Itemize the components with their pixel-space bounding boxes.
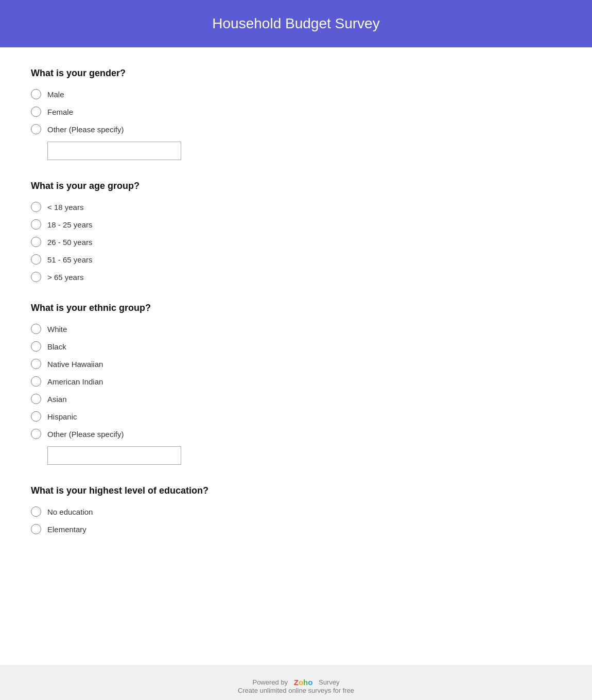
ethnic-american-indian-radio[interactable] [31, 376, 41, 387]
ethnic-black-radio[interactable] [31, 341, 41, 352]
zoho-z: Z [294, 678, 299, 687]
age-51-65-option[interactable]: 51 - 65 years [31, 254, 561, 265]
ethnic-specify-input[interactable] [47, 446, 181, 465]
age-gt65-label: > 65 years [47, 273, 83, 282]
zoho-o2: o [308, 678, 312, 687]
ethnic-asian-label: Asian [47, 395, 67, 404]
edu-elementary-radio[interactable] [31, 524, 41, 534]
age-18-25-option[interactable]: 18 - 25 years [31, 219, 561, 230]
ethnic-white-label: White [47, 325, 67, 334]
ethnic-hispanic-option[interactable]: Hispanic [31, 411, 561, 422]
gender-question-label: What is your gender? [31, 68, 561, 79]
age-section: What is your age group? < 18 years 18 - … [31, 181, 561, 282]
edu-none-option[interactable]: No education [31, 506, 561, 517]
ethnic-other-label: Other (Please specify) [47, 430, 124, 439]
age-lt18-radio[interactable] [31, 202, 41, 212]
ethnic-black-option[interactable]: Black [31, 341, 561, 352]
ethnic-section: What is your ethnic group? White Black N… [31, 303, 561, 465]
ethnic-hispanic-radio[interactable] [31, 411, 41, 422]
gender-female-label: Female [47, 108, 73, 116]
zoho-h: h [303, 678, 308, 687]
age-51-65-label: 51 - 65 years [47, 255, 93, 264]
age-gt65-option[interactable]: > 65 years [31, 272, 561, 282]
age-18-25-radio[interactable] [31, 219, 41, 230]
ethnic-native-hawaiian-radio[interactable] [31, 359, 41, 369]
page-footer: Powered by Zoho Survey Create unlimited … [0, 665, 592, 700]
gender-other-radio[interactable] [31, 124, 41, 134]
ethnic-hispanic-label: Hispanic [47, 412, 77, 421]
education-question-label: What is your highest level of education? [31, 485, 561, 496]
age-18-25-label: 18 - 25 years [47, 220, 93, 229]
powered-by-text: Powered by [252, 678, 288, 686]
age-lt18-label: < 18 years [47, 203, 83, 212]
page-header: Household Budget Survey [0, 0, 592, 47]
edu-elementary-label: Elementary [47, 525, 86, 534]
ethnic-american-indian-option[interactable]: American Indian [31, 376, 561, 387]
gender-male-radio[interactable] [31, 89, 41, 99]
ethnic-native-hawaiian-label: Native Hawaiian [47, 360, 103, 369]
age-lt18-option[interactable]: < 18 years [31, 202, 561, 212]
edu-none-label: No education [47, 507, 93, 516]
gender-other-label: Other (Please specify) [47, 125, 124, 134]
education-section: What is your highest level of education?… [31, 485, 561, 534]
ethnic-native-hawaiian-option[interactable]: Native Hawaiian [31, 359, 561, 369]
age-question-label: What is your age group? [31, 181, 561, 191]
zoho-logo: Zoho [294, 678, 313, 687]
ethnic-other-radio[interactable] [31, 429, 41, 439]
ethnic-question-label: What is your ethnic group? [31, 303, 561, 313]
age-26-50-label: 26 - 50 years [47, 238, 93, 247]
ethnic-asian-radio[interactable] [31, 394, 41, 404]
gender-male-label: Male [47, 90, 64, 99]
age-26-50-radio[interactable] [31, 237, 41, 247]
main-content: What is your gender? Male Female Other (… [0, 47, 592, 665]
gender-specify-input[interactable] [47, 142, 181, 160]
ethnic-american-indian-label: American Indian [47, 377, 103, 386]
footer-tagline: Create unlimited online surveys for free [12, 687, 580, 694]
ethnic-black-label: Black [47, 342, 66, 351]
ethnic-white-option[interactable]: White [31, 324, 561, 334]
edu-none-radio[interactable] [31, 506, 41, 517]
age-26-50-option[interactable]: 26 - 50 years [31, 237, 561, 247]
zoho-o1: o [299, 678, 303, 687]
gender-section: What is your gender? Male Female Other (… [31, 68, 561, 160]
gender-female-option[interactable]: Female [31, 107, 561, 117]
age-51-65-radio[interactable] [31, 254, 41, 265]
ethnic-white-radio[interactable] [31, 324, 41, 334]
gender-male-option[interactable]: Male [31, 89, 561, 99]
survey-label: Survey [319, 678, 339, 686]
gender-female-radio[interactable] [31, 107, 41, 117]
age-gt65-radio[interactable] [31, 272, 41, 282]
edu-elementary-option[interactable]: Elementary [31, 524, 561, 534]
ethnic-asian-option[interactable]: Asian [31, 394, 561, 404]
ethnic-other-option[interactable]: Other (Please specify) [31, 429, 561, 439]
footer-brand: Powered by Zoho Survey [252, 678, 339, 687]
gender-other-option[interactable]: Other (Please specify) [31, 124, 561, 134]
page-title: Household Budget Survey [10, 15, 582, 32]
